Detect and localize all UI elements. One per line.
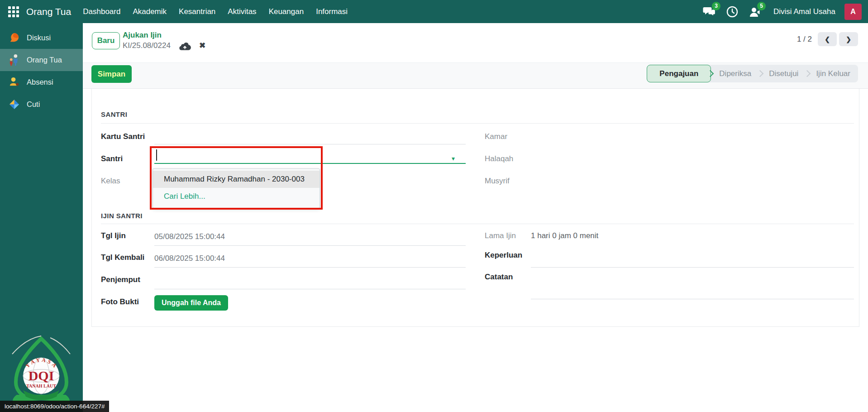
santri-dropdown: Muhammad Rizky Ramadhan - 2030-003 Cari …: [153, 168, 320, 208]
app-title[interactable]: Orang Tua: [26, 6, 71, 17]
tgl-ijin-value[interactable]: 05/08/2025 15:00:44: [154, 232, 225, 241]
parent-child-icon: [8, 54, 20, 66]
santri-input-underline: [154, 163, 466, 164]
field-label-tgl-ijin: Tgl Ijin: [101, 231, 126, 240]
activities-icon[interactable]: 5: [748, 5, 762, 19]
pager-previous-button[interactable]: ❮: [818, 32, 837, 46]
section-title-ijin-santri: IJIN SANTRI: [101, 212, 143, 220]
sidebar-item-label: Diskusi: [27, 34, 51, 42]
save-button[interactable]: Simpan: [91, 65, 132, 83]
field-label-foto-bukti: Foto Bukti: [101, 297, 139, 307]
sidebar-item-diskusi[interactable]: Diskusi: [0, 27, 83, 49]
text-cursor: [156, 149, 157, 161]
catatan-field[interactable]: [531, 299, 854, 299]
top-navbar: Orang Tua Dashboard Akademik Kesantrian …: [0, 0, 868, 23]
field-label-kelas: Kelas: [101, 177, 120, 186]
status-badge[interactable]: Baru: [92, 32, 120, 49]
sidebar-item-label: Absensi: [27, 78, 53, 86]
field-label-penjemput: Penjemput: [101, 275, 140, 284]
sidebar: Diskusi Orang Tua Absensi Cuti: [0, 23, 83, 412]
top-menu: Dashboard Akademik Kesantrian Aktivitas …: [83, 7, 348, 16]
clock-icon[interactable]: [725, 5, 739, 19]
dropdown-caret-icon[interactable]: ▾: [452, 155, 455, 162]
statusbar-step-pengajuan[interactable]: Pengajuan: [647, 65, 711, 82]
field-label-lama-ijin: Lama Ijin: [485, 231, 516, 240]
chevron-right-icon: ❯: [846, 36, 851, 43]
upload-file-button[interactable]: Unggah file Anda: [154, 295, 228, 311]
field-label-kamar: Kamar: [485, 132, 507, 141]
lama-ijin-value: 1 hari 0 jam 0 menit: [531, 231, 598, 240]
company-switcher[interactable]: Divisi Amal Usaha: [773, 7, 835, 16]
record-pager: 1 / 2 ❮ ❯: [797, 32, 858, 46]
chevron-left-icon: ❮: [825, 36, 830, 43]
form-sheet: SANTRI Kartu Santri Santri ▾ Kelas Kamar…: [91, 89, 859, 327]
penjemput-field[interactable]: [154, 289, 466, 289]
sidebar-item-label: Orang Tua: [27, 56, 62, 64]
keperluan-field[interactable]: [531, 267, 854, 268]
browser-status-tooltip: localhost:8069/odoo/action-664/227#: [0, 401, 109, 412]
field-label-catatan: Catatan: [485, 273, 513, 282]
tgl-kembali-value[interactable]: 06/08/2025 15:00:44: [154, 254, 225, 263]
menu-aktivitas[interactable]: Aktivitas: [228, 7, 256, 16]
save-cloud-icon[interactable]: [179, 41, 191, 50]
tgl-kembali-field[interactable]: [154, 267, 466, 268]
section-divider: [101, 123, 854, 124]
field-label-keperluan: Keperluan: [485, 251, 522, 260]
messages-icon[interactable]: 3: [703, 5, 716, 19]
section-title-santri: SANTRI: [101, 110, 127, 118]
sidebar-item-cuti[interactable]: Cuti: [0, 93, 83, 115]
sidebar-item-label: Cuti: [27, 100, 40, 109]
control-panel: Simpan Pengajuan Diperiksa Disetujui Iji…: [83, 62, 868, 89]
section-divider: [101, 224, 854, 224]
apps-grid-icon[interactable]: [8, 6, 19, 17]
record-reference-row: KI/25.08/0224 ✖: [123, 41, 205, 50]
logo-tanah-laut-text: TANAH LAUT: [26, 383, 56, 388]
user-avatar[interactable]: A: [844, 4, 862, 20]
foundation-logo: YAYASAN DQI TANAH LAUT: [3, 332, 79, 410]
statusbar-step-diperiksa[interactable]: Diperiksa: [711, 65, 759, 82]
discard-close-icon[interactable]: ✖: [199, 41, 205, 50]
kartu-santri-field[interactable]: [154, 144, 466, 144]
statusbar: Pengajuan Diperiksa Disetujui Ijin Kelua…: [647, 65, 858, 82]
field-label-halaqah: Halaqah: [485, 154, 513, 163]
pager-next-button[interactable]: ❯: [839, 32, 858, 46]
page-title[interactable]: Ajukan Ijin: [123, 31, 162, 40]
messages-badge: 3: [712, 2, 720, 10]
chat-bubble-icon: [8, 32, 20, 44]
sidebar-item-orang-tua[interactable]: Orang Tua: [0, 49, 83, 71]
statusbar-step-ijin-keluar[interactable]: Ijin Keluar: [808, 65, 858, 82]
tgl-ijin-field[interactable]: [154, 245, 466, 246]
field-label-kartu-santri: Kartu Santri: [101, 132, 145, 141]
field-label-musyrif: Musyrif: [485, 177, 510, 186]
breadcrumb-bar: Baru Ajukan Ijin KI/25.08/0224 ✖ 1 / 2 ❮…: [83, 23, 868, 62]
leave-icon: [8, 98, 20, 110]
logo-dqi-text: DQI: [29, 368, 54, 383]
record-reference: KI/25.08/0224: [123, 41, 171, 50]
statusbar-step-disetujui[interactable]: Disetujui: [761, 65, 806, 82]
topbar-systray: 3 5 Divisi Amal Usaha A: [703, 4, 862, 20]
menu-akademik[interactable]: Akademik: [133, 7, 167, 16]
menu-kesantrian[interactable]: Kesantrian: [179, 7, 215, 16]
field-label-tgl-kembali: Tgl Kembali: [101, 253, 144, 262]
attendance-person-icon: [8, 76, 20, 88]
dropdown-search-more[interactable]: Cari Lebih...: [153, 188, 320, 205]
activities-badge: 5: [757, 2, 766, 10]
menu-informasi[interactable]: Informasi: [316, 7, 348, 16]
pager-counter: 1 / 2: [797, 35, 812, 44]
menu-keuangan[interactable]: Keuangan: [269, 7, 304, 16]
sidebar-item-absensi[interactable]: Absensi: [0, 71, 83, 93]
menu-dashboard[interactable]: Dashboard: [83, 7, 120, 16]
dropdown-option-santri[interactable]: Muhammad Rizky Ramadhan - 2030-003: [153, 171, 320, 188]
field-label-santri: Santri: [101, 154, 123, 163]
